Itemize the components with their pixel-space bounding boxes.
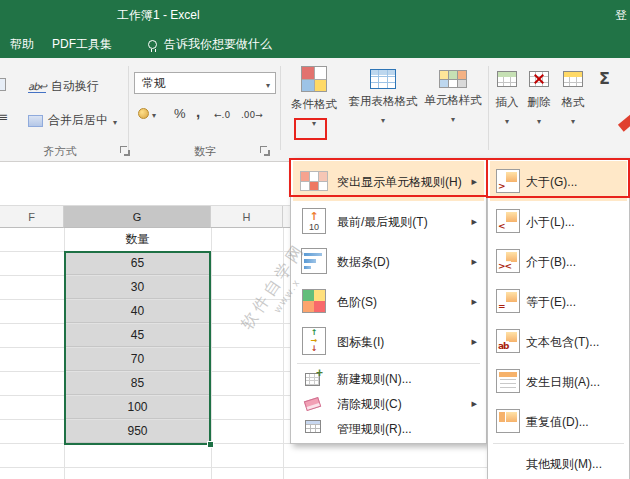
chevron-down-icon	[422, 111, 484, 125]
submenu-arrow-icon	[471, 254, 477, 268]
fill-handle[interactable]	[207, 441, 214, 448]
new-rule-icon	[305, 370, 322, 386]
cell-styles-button[interactable]: 单元格样式	[422, 64, 484, 156]
chevron-down-icon	[152, 106, 156, 121]
excel-window: 工作簿1 - Excel 登 帮助 PDF工具集 告诉我你想要做什么 自动换行 …	[0, 0, 630, 479]
group-separator	[280, 66, 281, 150]
format-cells-button[interactable]: 格式	[556, 64, 590, 156]
value-cell[interactable]: 45	[66, 324, 209, 347]
gridline	[283, 228, 284, 479]
equal-to-icon: =	[496, 289, 520, 313]
submenu-item-label: 小于(L)...	[526, 214, 575, 231]
color-scales-icon	[299, 286, 329, 316]
autosum-button[interactable]: Σ	[599, 69, 610, 88]
submenu-item-greater-than[interactable]: > 大于(G)...	[490, 161, 627, 201]
menu-item-manage-rules[interactable]: 管理规则(R)...	[293, 416, 484, 441]
column-header-g[interactable]: G	[64, 206, 211, 228]
submenu-arrow-icon	[471, 294, 477, 308]
value-cell[interactable]: 30	[66, 276, 209, 299]
submenu-item-label: 大于(G)...	[526, 174, 577, 191]
percent-style-button[interactable]: %	[174, 106, 186, 121]
cell-styles-icon	[439, 70, 467, 88]
menu-item-highlight-cells-rules[interactable]: 突出显示单元格规则(H)	[293, 161, 484, 201]
between-icon: ><	[496, 249, 520, 273]
menu-item-clear-rules[interactable]: 清除规则(C)	[293, 391, 484, 416]
accounting-format-button[interactable]	[138, 106, 156, 121]
chevron-down-icon	[556, 113, 590, 127]
align-text-icon	[0, 110, 8, 124]
wrap-text-button[interactable]: 自动换行	[28, 78, 99, 95]
sign-in-button[interactable]: 登	[615, 7, 627, 24]
menu-item-label: 图标集(I)	[337, 334, 384, 351]
value-cell[interactable]: 70	[66, 348, 209, 371]
value-cell[interactable]: 85	[66, 372, 209, 395]
menu-item-label: 清除规则(C)	[337, 396, 402, 413]
window-title: 工作簿1 - Excel	[117, 7, 200, 24]
submenu-item-label: 等于(E)...	[526, 294, 576, 311]
submenu-item-label: 重复值(D)...	[526, 414, 589, 431]
format-cells-icon	[563, 71, 583, 87]
increase-decimal-button[interactable]: ←.0	[214, 110, 230, 120]
chevron-down-icon	[492, 113, 522, 127]
tell-me-box[interactable]: 告诉我你想要做什么	[148, 36, 272, 53]
submenu-arrow-icon	[471, 396, 477, 410]
submenu-arrow-icon	[471, 334, 477, 348]
ribbon-tab-bar: 帮助 PDF工具集 告诉我你想要做什么	[0, 28, 630, 58]
submenu-item-label: 文本包含(T)...	[526, 334, 599, 351]
menu-item-new-rule[interactable]: 新建规则(N)...	[293, 366, 484, 391]
column-header-f[interactable]: F	[0, 206, 64, 228]
chevron-down-icon[interactable]	[284, 115, 344, 129]
submenu-item-label: 其他规则(M)...	[526, 456, 602, 473]
menu-item-label: 最前/最后规则(T)	[337, 214, 428, 231]
data-bars-icon	[299, 246, 329, 276]
merge-center-button[interactable]: 合并后居中	[28, 112, 117, 129]
submenu-item-label: 介于(B)...	[526, 254, 576, 271]
menu-item-icon-sets[interactable]: 图标集(I)	[293, 321, 484, 361]
merge-center-icon	[28, 115, 43, 127]
format-as-table-button[interactable]: 套用表格格式	[346, 64, 420, 156]
format-as-table-icon	[370, 69, 396, 89]
less-than-icon: <	[496, 209, 520, 233]
tell-me-label: 告诉我你想要做什么	[164, 36, 272, 53]
menu-item-label: 新建规则(N)...	[337, 371, 412, 388]
insert-cells-button[interactable]: 插入	[492, 64, 522, 156]
number-dialog-launcher[interactable]	[260, 146, 271, 157]
wrap-text-label: 自动换行	[51, 78, 99, 95]
tab-help[interactable]: 帮助	[10, 36, 34, 53]
format-as-table-label: 套用表格格式	[346, 94, 420, 108]
menu-item-data-bars[interactable]: 数据条(D)	[293, 241, 484, 281]
menu-item-label: 数据条(D)	[337, 254, 390, 271]
insert-label: 插入	[492, 95, 522, 109]
conditional-formatting-button[interactable]: 条件格式	[284, 64, 344, 156]
clipped-border-icon	[0, 78, 6, 91]
header-cell[interactable]: 数量	[65, 228, 210, 251]
delete-cells-button[interactable]: 删除	[524, 64, 554, 156]
number-format-combobox[interactable]: 常规	[134, 72, 276, 94]
submenu-item-more-rules[interactable]: 其他规则(M)...	[490, 446, 627, 479]
title-bar: 工作簿1 - Excel 登	[0, 0, 630, 28]
value-cell[interactable]: 100	[66, 396, 209, 419]
submenu-item-equal-to[interactable]: = 等于(E)...	[490, 281, 627, 321]
cell-styles-label: 单元格样式	[422, 93, 484, 107]
decrease-decimal-button[interactable]: .00→	[241, 110, 263, 120]
submenu-item-duplicate-values[interactable]: 重复值(D)...	[490, 401, 627, 441]
top-bottom-rules-icon	[299, 206, 329, 236]
value-cell[interactable]: 950	[66, 420, 209, 443]
menu-item-label: 突出显示单元格规则(H)	[337, 174, 462, 191]
submenu-item-less-than[interactable]: < 小于(L)...	[490, 201, 627, 241]
alignment-dialog-launcher[interactable]	[120, 146, 131, 157]
value-cell[interactable]: 40	[66, 300, 209, 323]
menu-item-top-bottom-rules[interactable]: 最前/最后规则(T)	[293, 201, 484, 241]
value-cell[interactable]: 65	[66, 252, 209, 275]
chevron-down-icon	[113, 114, 117, 128]
comma-style-button[interactable]: ,	[196, 103, 200, 120]
tab-pdf-tools[interactable]: PDF工具集	[52, 36, 112, 53]
submenu-item-text-contains[interactable]: ab 文本包含(T)...	[490, 321, 627, 361]
chevron-down-icon	[266, 74, 270, 96]
submenu-item-between[interactable]: >< 介于(B)...	[490, 241, 627, 281]
alignment-group-label: 齐方式	[20, 144, 100, 159]
column-header-h[interactable]: H	[211, 206, 283, 228]
menu-item-color-scales[interactable]: 色阶(S)	[293, 281, 484, 321]
submenu-item-label: 发生日期(A)...	[526, 374, 600, 391]
submenu-item-date-occurring[interactable]: 发生日期(A)...	[490, 361, 627, 401]
